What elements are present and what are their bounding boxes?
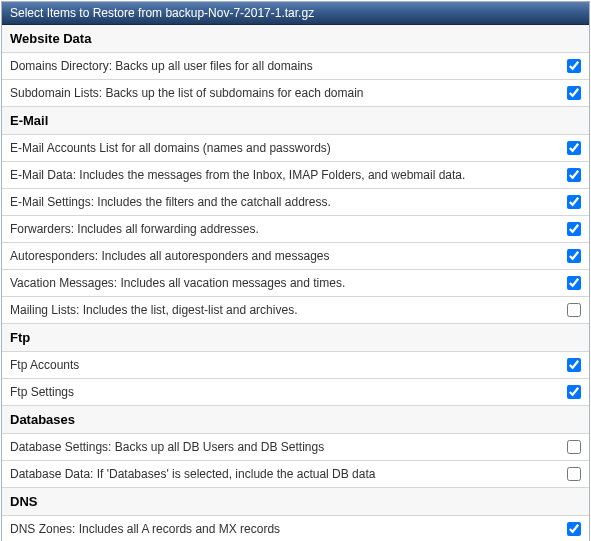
item-row: Domains Directory: Backs up all user fil…: [2, 53, 589, 80]
item-label: E-Mail Settings: Includes the filters an…: [10, 195, 567, 209]
item-label: Autoresponders: Includes all autorespond…: [10, 249, 567, 263]
item-row: E-Mail Accounts List for all domains (na…: [2, 135, 589, 162]
item-checkbox[interactable]: [567, 276, 581, 290]
section-header: DNS: [2, 488, 589, 516]
item-checkbox[interactable]: [567, 59, 581, 73]
item-checkbox[interactable]: [567, 86, 581, 100]
item-label: Mailing Lists: Includes the list, digest…: [10, 303, 567, 317]
item-checkbox[interactable]: [567, 141, 581, 155]
item-checkbox[interactable]: [567, 168, 581, 182]
item-label: E-Mail Accounts List for all domains (na…: [10, 141, 567, 155]
section-header: Website Data: [2, 25, 589, 53]
item-label: Ftp Accounts: [10, 358, 567, 372]
item-checkbox[interactable]: [567, 303, 581, 317]
restore-panel: Select Items to Restore from backup-Nov-…: [1, 1, 590, 541]
item-row: Mailing Lists: Includes the list, digest…: [2, 297, 589, 324]
item-checkbox[interactable]: [567, 440, 581, 454]
section-header: Databases: [2, 406, 589, 434]
item-row: Ftp Settings: [2, 379, 589, 406]
item-row: Subdomain Lists: Backs up the list of su…: [2, 80, 589, 107]
item-row: Vacation Messages: Includes all vacation…: [2, 270, 589, 297]
item-row: Autoresponders: Includes all autorespond…: [2, 243, 589, 270]
item-label: Vacation Messages: Includes all vacation…: [10, 276, 567, 290]
item-checkbox[interactable]: [567, 358, 581, 372]
panel-content: Website DataDomains Directory: Backs up …: [2, 25, 589, 541]
item-checkbox[interactable]: [567, 467, 581, 481]
item-row: DNS Zones: Includes all A records and MX…: [2, 516, 589, 541]
item-row: E-Mail Data: Includes the messages from …: [2, 162, 589, 189]
item-label: Subdomain Lists: Backs up the list of su…: [10, 86, 567, 100]
item-label: Database Settings: Backs up all DB Users…: [10, 440, 567, 454]
item-checkbox[interactable]: [567, 385, 581, 399]
item-checkbox[interactable]: [567, 195, 581, 209]
item-row: Ftp Accounts: [2, 352, 589, 379]
item-label: Ftp Settings: [10, 385, 567, 399]
item-checkbox[interactable]: [567, 522, 581, 536]
item-label: DNS Zones: Includes all A records and MX…: [10, 522, 567, 536]
panel-title: Select Items to Restore from backup-Nov-…: [2, 2, 589, 25]
item-label: Forwarders: Includes all forwarding addr…: [10, 222, 567, 236]
item-row: E-Mail Settings: Includes the filters an…: [2, 189, 589, 216]
item-row: Database Data: If 'Databases' is selecte…: [2, 461, 589, 488]
item-label: Database Data: If 'Databases' is selecte…: [10, 467, 567, 481]
section-header: E-Mail: [2, 107, 589, 135]
section-header: Ftp: [2, 324, 589, 352]
item-label: Domains Directory: Backs up all user fil…: [10, 59, 567, 73]
item-row: Database Settings: Backs up all DB Users…: [2, 434, 589, 461]
item-label: E-Mail Data: Includes the messages from …: [10, 168, 567, 182]
item-checkbox[interactable]: [567, 222, 581, 236]
item-row: Forwarders: Includes all forwarding addr…: [2, 216, 589, 243]
item-checkbox[interactable]: [567, 249, 581, 263]
